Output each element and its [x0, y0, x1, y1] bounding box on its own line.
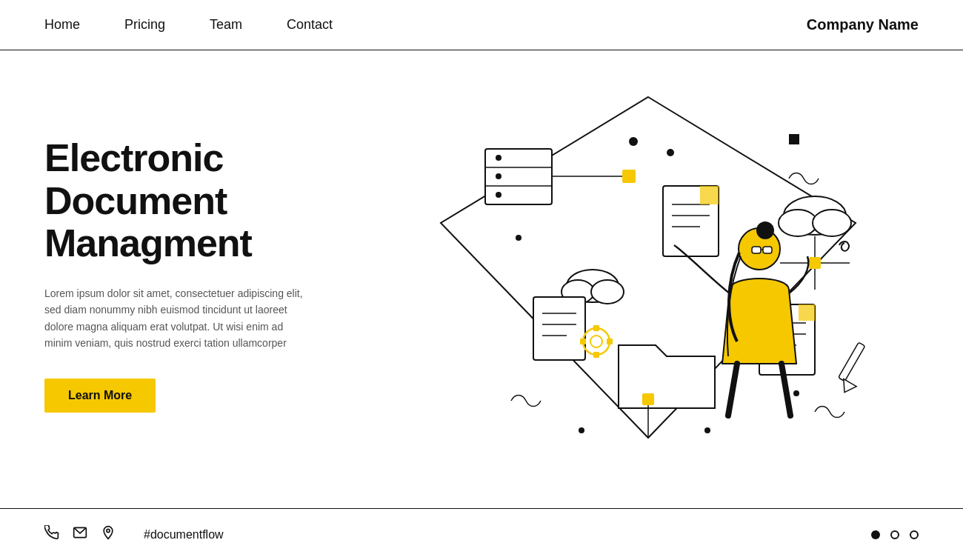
svg-point-15 [779, 210, 817, 236]
dot-2[interactable] [890, 530, 899, 539]
phone-icon [44, 525, 59, 544]
footer-hashtag: #documentflow [144, 528, 224, 541]
svg-rect-35 [580, 339, 586, 344]
svg-point-55 [107, 529, 110, 532]
footer-contact-icons: #documentflow [44, 525, 224, 544]
learn-more-button[interactable]: Learn More [44, 379, 156, 413]
svg-point-16 [813, 210, 851, 236]
company-name: Company Name [807, 16, 919, 33]
hero-illustration [378, 50, 919, 484]
footer: #documentflow [0, 508, 963, 560]
navbar: Home Pricing Team Contact Company Name [0, 0, 963, 50]
svg-rect-19 [809, 257, 821, 269]
svg-marker-41 [799, 304, 815, 321]
svg-rect-36 [607, 339, 613, 344]
svg-point-51 [579, 427, 584, 433]
nav-home[interactable]: Home [44, 17, 80, 33]
svg-rect-33 [593, 325, 599, 331]
nav-pricing[interactable]: Pricing [124, 17, 165, 33]
svg-point-6 [496, 192, 502, 198]
headline: Electronic Document Managment [44, 137, 378, 264]
svg-marker-21 [838, 379, 856, 396]
hero-subtext: Lorem ipsum dolor sit amet, consectetuer… [44, 285, 311, 352]
svg-point-32 [590, 336, 602, 347]
nav-links: Home Pricing Team Contact [44, 17, 807, 33]
svg-point-53 [793, 390, 799, 396]
svg-point-31 [583, 328, 610, 355]
svg-rect-10 [789, 134, 799, 144]
svg-marker-26 [700, 186, 719, 204]
svg-point-4 [496, 155, 502, 161]
dot-3[interactable] [910, 530, 919, 539]
svg-rect-34 [593, 352, 599, 358]
svg-point-9 [667, 149, 674, 156]
svg-point-49 [516, 235, 522, 241]
svg-rect-44 [752, 247, 761, 253]
main-content: Electronic Document Managment Lorem ipsu… [0, 50, 963, 484]
svg-rect-1 [485, 149, 552, 204]
illustration-svg [396, 75, 900, 460]
dot-1[interactable] [871, 530, 880, 539]
svg-point-50 [629, 137, 638, 146]
location-icon [101, 525, 116, 544]
svg-rect-8 [622, 170, 636, 183]
svg-rect-48 [642, 393, 654, 405]
nav-contact[interactable]: Contact [287, 17, 333, 33]
svg-rect-27 [533, 297, 585, 360]
svg-rect-20 [839, 342, 865, 381]
svg-point-13 [591, 280, 624, 304]
left-content: Electronic Document Managment Lorem ipsu… [44, 122, 378, 412]
svg-point-52 [704, 427, 710, 433]
svg-point-5 [496, 173, 502, 179]
mail-icon [73, 525, 87, 544]
svg-rect-45 [763, 247, 772, 253]
footer-dots [871, 530, 919, 539]
nav-team[interactable]: Team [210, 17, 242, 33]
svg-point-43 [756, 221, 774, 239]
